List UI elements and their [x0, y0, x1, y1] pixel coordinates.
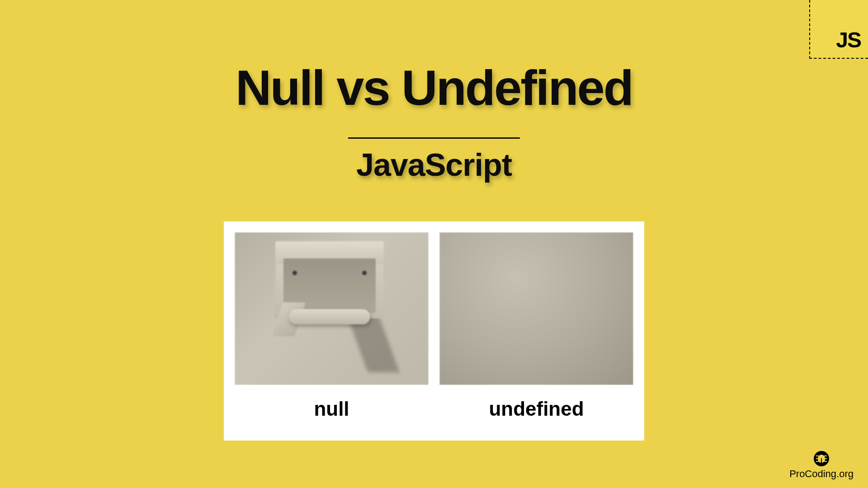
page-subtitle: JavaScript	[356, 147, 512, 183]
meme-image-null	[235, 232, 429, 385]
meme-caption-undefined: undefined	[439, 398, 633, 420]
branding: ProCoding.org	[789, 451, 854, 480]
title-divider	[348, 137, 520, 139]
js-badge: JS	[809, 0, 868, 59]
page-title: Null vs Undefined	[236, 59, 632, 116]
meme-panel-null: null	[235, 232, 429, 430]
meme-image-undefined	[439, 232, 633, 385]
meme-container: null undefined	[224, 221, 644, 441]
js-badge-text: JS	[836, 28, 861, 52]
meme-panel-undefined: undefined	[439, 232, 633, 430]
brand-text: ProCoding.org	[789, 468, 854, 480]
bug-icon	[814, 451, 829, 466]
meme-caption-null: null	[235, 398, 429, 420]
